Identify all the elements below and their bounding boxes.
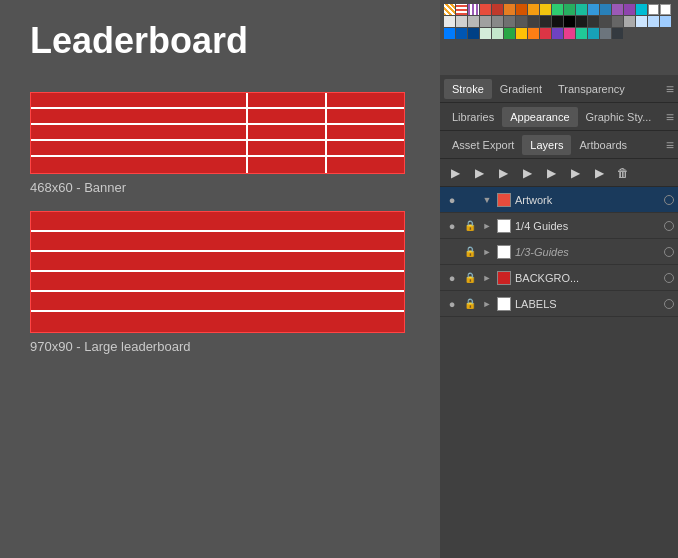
tab-asset-export[interactable]: Asset Export: [444, 135, 522, 155]
expand-icon-guides13[interactable]: ►: [480, 245, 494, 259]
tab-gradient[interactable]: Gradient: [492, 79, 550, 99]
channel-icon[interactable]: ▶: [542, 164, 560, 182]
layer-row-guides-13[interactable]: 🔒 ► 1/3-Guides: [440, 239, 678, 265]
group-icon[interactable]: ▶: [566, 164, 584, 182]
target-circle-guides13[interactable]: [664, 247, 674, 257]
page-title: Leaderboard: [30, 20, 410, 62]
banner-small: [30, 92, 405, 174]
layer-comp-icon[interactable]: ▶: [494, 164, 512, 182]
target-circle-background[interactable]: [664, 273, 674, 283]
target-circle-guides14[interactable]: [664, 221, 674, 231]
tab-graphic-styles[interactable]: Graphic Sty...: [578, 107, 660, 127]
eye-icon-guides14[interactable]: ●: [444, 218, 460, 234]
color-box-background: [497, 271, 511, 285]
panel-menu-icon-1[interactable]: ≡: [666, 81, 674, 97]
tab-row-appearance: Libraries Appearance Graphic Sty... ≡: [440, 103, 678, 131]
layer-name-guides14: 1/4 Guides: [515, 220, 664, 232]
layer-row-labels[interactable]: ● 🔒 ► LABELS: [440, 291, 678, 317]
locate-icon[interactable]: ▶: [446, 164, 464, 182]
banner-small-label: 468x60 - Banner: [30, 180, 410, 195]
layer-name-background: BACKGRO...: [515, 272, 664, 284]
swatches-area: [440, 0, 678, 75]
expand-icon-background[interactable]: ►: [480, 271, 494, 285]
layer-name-guides13: 1/3-Guides: [515, 246, 664, 258]
tab-row-stroke: Stroke Gradient Transparency ≡: [440, 75, 678, 103]
color-box-labels: [497, 297, 511, 311]
layer-settings-icon[interactable]: ▶: [518, 164, 536, 182]
lock-icon-labels[interactable]: 🔒: [462, 296, 478, 312]
color-box-guides13: [497, 245, 511, 259]
panel-menu-icon-3[interactable]: ≡: [666, 137, 674, 153]
layers-toolbar: ▶ ▶ ▶ ▶ ▶ ▶ ▶ 🗑: [440, 159, 678, 187]
color-box-artwork: [497, 193, 511, 207]
tab-row-layers: Asset Export Layers Artboards ≡: [440, 131, 678, 159]
layer-name-labels: LABELS: [515, 298, 664, 310]
swatch-grid: [444, 4, 674, 39]
lock-icon-background[interactable]: 🔒: [462, 270, 478, 286]
layers-panel: ● ▼ Artwork ● 🔒 ► 1/4 Guides 🔒 ► 1/3-Gui…: [440, 187, 678, 558]
layer-name-artwork: Artwork: [515, 194, 664, 206]
left-panel: Leaderboard 468x60 - Banner: [0, 0, 440, 558]
lock-icon-guides13[interactable]: 🔒: [462, 244, 478, 260]
lock-icon-guides14[interactable]: 🔒: [462, 218, 478, 234]
eye-icon-artwork[interactable]: ●: [444, 192, 460, 208]
lock-icon-artwork[interactable]: [462, 192, 478, 208]
tab-stroke[interactable]: Stroke: [444, 79, 492, 99]
layer-row-guides-14[interactable]: ● 🔒 ► 1/4 Guides: [440, 213, 678, 239]
eye-icon-labels[interactable]: ●: [444, 296, 460, 312]
expand-icon-labels[interactable]: ►: [480, 297, 494, 311]
eye-icon-guides13[interactable]: [444, 244, 460, 260]
tab-layers[interactable]: Layers: [522, 135, 571, 155]
delete-layer-icon[interactable]: 🗑: [614, 164, 632, 182]
panel-menu-icon-2[interactable]: ≡: [666, 109, 674, 125]
tab-transparency[interactable]: Transparency: [550, 79, 633, 99]
target-circle-labels[interactable]: [664, 299, 674, 309]
ungroup-icon[interactable]: ▶: [590, 164, 608, 182]
new-layer-icon[interactable]: ▶: [470, 164, 488, 182]
layer-row-background[interactable]: ● 🔒 ► BACKGRO...: [440, 265, 678, 291]
eye-icon-background[interactable]: ●: [444, 270, 460, 286]
banner-large: [30, 211, 405, 333]
tab-artboards[interactable]: Artboards: [571, 135, 635, 155]
banner-large-label: 970x90 - Large leaderboard: [30, 339, 410, 354]
expand-icon-guides14[interactable]: ►: [480, 219, 494, 233]
expand-icon-artwork[interactable]: ▼: [480, 193, 494, 207]
layer-row-artwork[interactable]: ● ▼ Artwork: [440, 187, 678, 213]
right-panel: Stroke Gradient Transparency ≡ Libraries…: [440, 0, 678, 558]
target-circle-artwork[interactable]: [664, 195, 674, 205]
color-box-guides14: [497, 219, 511, 233]
tab-libraries[interactable]: Libraries: [444, 107, 502, 127]
tab-appearance[interactable]: Appearance: [502, 107, 577, 127]
